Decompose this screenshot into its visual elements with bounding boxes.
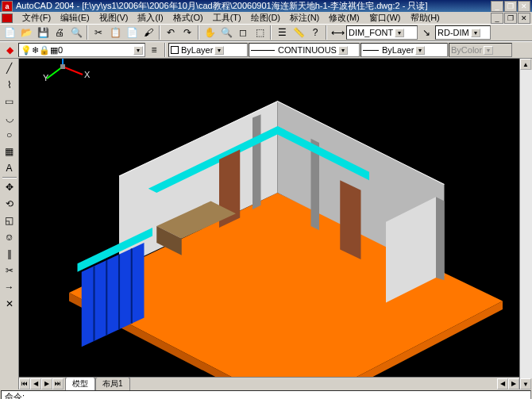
- svg-rect-27: [60, 64, 65, 69]
- scroll-left-icon[interactable]: ◀: [497, 378, 508, 389]
- scroll-up-icon[interactable]: ▲: [520, 59, 531, 70]
- lineweight-value: ByLayer: [382, 45, 414, 55]
- close-button[interactable]: ✕: [518, 1, 530, 12]
- new-icon[interactable]: 📄: [2, 25, 17, 40]
- command-line[interactable]: 命令:: [1, 390, 531, 399]
- mdi-minimize-button[interactable]: _: [491, 13, 503, 24]
- move-icon[interactable]: ✥: [2, 179, 17, 195]
- dist-icon[interactable]: 📏: [291, 25, 306, 40]
- scroll-down-icon[interactable]: ▼: [520, 378, 531, 389]
- dropdown-arrow-icon: ▾: [395, 29, 404, 37]
- dropdown-arrow-icon: ▾: [415, 46, 425, 55]
- tab-prev-icon[interactable]: ◀: [30, 378, 41, 389]
- canvas-area: ╱ ⌇ ▭ ◡ ○ ▦ A ✥ ⟲ ◱ ⎊ ‖ ✂ → ✕: [0, 59, 532, 389]
- menu-bar: 文件(F)编辑(E)视图(V)插入(I)格式(O)工具(T)绘图(D)标注(N)…: [0, 12, 532, 24]
- dropdown-arrow-icon: ▾: [214, 46, 224, 55]
- copy-icon[interactable]: 📋: [107, 25, 123, 40]
- mirror-icon[interactable]: ⎊: [2, 229, 17, 245]
- save-icon[interactable]: 💾: [35, 25, 51, 40]
- cut-icon[interactable]: ✂: [91, 25, 106, 40]
- zoom-previous-icon[interactable]: ⬚: [252, 25, 268, 40]
- menu-item-0[interactable]: 文件(F): [17, 12, 56, 23]
- pline-icon[interactable]: ⌇: [2, 77, 17, 93]
- svg-text:Y: Y: [43, 73, 49, 82]
- maximize-button[interactable]: ❐: [504, 1, 517, 12]
- mdi-window-controls: _ ❐ ✕: [491, 13, 530, 24]
- circle-icon[interactable]: ○: [2, 127, 17, 143]
- dim-sub-combo[interactable]: RD-DIM ▾: [435, 25, 491, 40]
- dropdown-arrow-icon: ▾: [484, 46, 493, 55]
- arc-icon[interactable]: ◡: [2, 110, 17, 126]
- title-bar: a AutoCAD 2004 - [f:\yy\ys1\2006年\2006年1…: [0, 0, 532, 12]
- properties-icon[interactable]: ☰: [274, 25, 290, 40]
- scale-icon[interactable]: ◱: [2, 213, 17, 228]
- rect-icon[interactable]: ▭: [2, 94, 17, 109]
- menu-item-4[interactable]: 格式(O): [168, 12, 208, 23]
- linetype-combo[interactable]: CONTINUOUS ▾: [249, 43, 360, 57]
- menu-item-3[interactable]: 插入(I): [133, 12, 168, 23]
- hatch-icon[interactable]: ▦: [2, 144, 17, 159]
- tab-first-icon[interactable]: ⏮: [19, 378, 30, 389]
- menu-item-2[interactable]: 视图(V): [94, 12, 133, 23]
- dim-style-value: DIM_FONT: [349, 28, 393, 37]
- rotate-icon[interactable]: ⟲: [2, 196, 17, 212]
- dim-sub-value: RD-DIM: [438, 28, 469, 37]
- model-viewport[interactable]: X Y Z: [19, 59, 519, 377]
- layer-value: 0: [58, 45, 63, 55]
- erase-icon[interactable]: ✕: [2, 296, 17, 312]
- dropdown-arrow-icon: ▾: [133, 46, 143, 55]
- mdi-close-button[interactable]: ✕: [518, 13, 530, 24]
- plot-icon[interactable]: 🖨: [52, 25, 67, 40]
- line-icon[interactable]: ╱: [2, 60, 17, 76]
- svg-line-21: [63, 67, 83, 75]
- redo-icon[interactable]: ↷: [179, 25, 195, 40]
- dim-style-combo[interactable]: DIM_FONT ▾: [346, 25, 418, 40]
- standard-toolbar: 📄 📂 💾 🖨 🔍 ✂ 📋 📄 🖌 ↶ ↷ ✋ 🔍 ◻ ⬚ ☰ 📏 ? ⟷ DI…: [0, 24, 532, 41]
- lineweight-combo[interactable]: ByLayer ▾: [360, 43, 448, 57]
- trim-icon[interactable]: ✂: [2, 263, 17, 278]
- menu-item-5[interactable]: 工具(T): [208, 12, 246, 23]
- window-controls: _ ❐ ✕: [491, 1, 530, 12]
- layer-combo[interactable]: 💡❄🔒▦ 0 ▾: [18, 43, 145, 57]
- draw-toolbar: ╱ ⌇ ▭ ◡ ○ ▦ A ✥ ⟲ ◱ ⎊ ‖ ✂ → ✕: [0, 59, 19, 389]
- zoom-window-icon[interactable]: ◻: [235, 25, 251, 40]
- mdi-doc-icon: [2, 13, 13, 23]
- text-icon[interactable]: A: [2, 160, 17, 176]
- preview-icon[interactable]: 🔍: [68, 25, 84, 40]
- menu-item-6[interactable]: 绘图(D): [246, 12, 285, 23]
- v-scrollbar[interactable]: ▲ ▼: [519, 59, 532, 389]
- menu-item-9[interactable]: 窗口(W): [364, 12, 406, 23]
- tab-last-icon[interactable]: ⏭: [52, 378, 64, 389]
- paste-icon[interactable]: 📄: [124, 25, 140, 40]
- tab-next-icon[interactable]: ▶: [41, 378, 52, 389]
- extend-icon[interactable]: →: [2, 279, 17, 295]
- linetype-value: CONTINUOUS: [278, 45, 337, 55]
- match-icon[interactable]: 🖌: [141, 25, 156, 40]
- open-icon[interactable]: 📂: [18, 25, 34, 40]
- scroll-right-icon[interactable]: ▶: [508, 378, 519, 389]
- dim-icon[interactable]: ⟷: [330, 25, 345, 40]
- menu-item-8[interactable]: 修改(M): [324, 12, 364, 23]
- properties-toolbar: ◆ 💡❄🔒▦ 0 ▾ ≡ ByLayer ▾ CONTINUOUS ▾ ByLa…: [0, 41, 532, 59]
- menu-item-1[interactable]: 编辑(E): [56, 12, 94, 23]
- offset-icon[interactable]: ‖: [2, 246, 17, 262]
- minimize-button[interactable]: _: [491, 1, 503, 12]
- model-tab-bar: ⏮ ◀ ▶ ⏭ 模型布局1 ◀ ▶: [19, 377, 519, 389]
- plotstyle-combo[interactable]: ByColor ▾: [449, 43, 512, 57]
- pan-icon[interactable]: ✋: [202, 25, 218, 40]
- undo-icon[interactable]: ↶: [163, 25, 179, 40]
- model-tab[interactable]: 模型: [65, 377, 95, 390]
- app-logo-icon: a: [2, 1, 13, 12]
- layer-props-icon[interactable]: ◆: [2, 42, 17, 58]
- color-combo[interactable]: ByLayer ▾: [168, 43, 248, 57]
- dropdown-arrow-icon: ▾: [338, 46, 348, 55]
- menu-item-7[interactable]: 标注(N): [285, 12, 324, 23]
- dropdown-arrow-icon: ▾: [471, 29, 480, 37]
- zoom-realtime-icon[interactable]: 🔍: [218, 25, 234, 40]
- layout-tab[interactable]: 布局1: [95, 377, 130, 390]
- leader-icon[interactable]: ↘: [418, 25, 434, 40]
- help-icon[interactable]: ?: [307, 25, 323, 40]
- mdi-restore-button[interactable]: ❐: [504, 13, 517, 24]
- menu-item-10[interactable]: 帮助(H): [406, 12, 445, 23]
- layer-prev-icon[interactable]: ≡: [146, 42, 162, 58]
